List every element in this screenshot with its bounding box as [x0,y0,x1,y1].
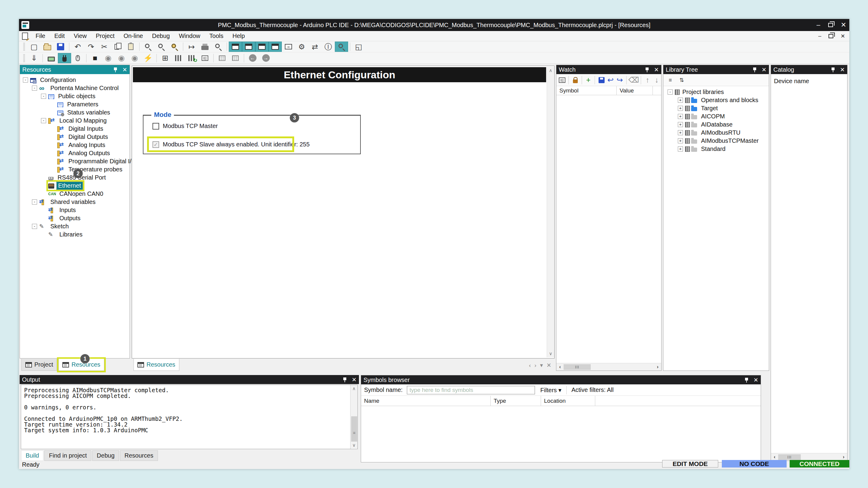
output-tab[interactable]: Build [21,450,43,461]
tree-item[interactable]: - Project libraries [663,88,769,96]
tree-item[interactable]: Outputs [20,214,130,222]
menu-item[interactable]: On-line [119,31,147,40]
close-icon[interactable]: ✕ [762,66,767,73]
build-table-button[interactable]: ⊞ [158,53,172,63]
column-header[interactable]: Name [361,396,491,406]
output-tab[interactable]: Resources [120,450,158,461]
tab-close-icon[interactable]: ✕ [547,362,551,369]
device-connection-button[interactable] [44,53,58,63]
find-button[interactable] [141,41,155,52]
scroll-up-icon[interactable]: ∧ [350,385,358,392]
tree-item[interactable]: Libraries [20,230,130,238]
tree-item[interactable]: - Sketch [20,222,130,230]
menu-item[interactable]: Help [228,31,249,40]
scrollbar-thumb[interactable]: III [564,364,591,370]
navigate-back-button[interactable] [246,53,259,63]
close-icon[interactable]: ✕ [753,377,758,384]
tree-item[interactable]: + AIModbusTCPMaster [663,137,769,145]
close-icon[interactable]: ✕ [122,66,127,73]
copy-button[interactable] [111,41,124,52]
scroll-up-icon[interactable]: ∧ [547,67,554,74]
tree-expander[interactable]: - [668,90,673,95]
tree-item[interactable]: - Shared variables [20,198,130,206]
scroll-left-icon[interactable]: ‹ [556,363,564,371]
menu-item[interactable]: Edit [50,31,69,40]
scroll-left-icon[interactable]: ‹ [771,453,778,461]
menu-item[interactable]: View [69,31,91,40]
watch-move-up-icon[interactable]: ↑ [643,75,652,85]
close-icon[interactable]: ✕ [352,376,356,383]
mdi-restore-button[interactable] [829,34,833,38]
modbus-tcp-master-checkbox-row[interactable]: Modbus TCP Master [153,123,218,130]
tree-item[interactable]: CANopen CAN0 [20,190,130,198]
watch-save-icon[interactable] [597,75,606,85]
symbol-search-input[interactable] [407,386,535,394]
tree-item[interactable]: - Configuration [20,76,130,84]
tree-item[interactable]: + Target [663,104,769,112]
column-header[interactable]: Type [491,396,541,406]
tree-item[interactable]: Analog Outputs [20,149,130,157]
navigate-forward-button[interactable] [259,53,273,63]
library-refresh-icon[interactable]: ⇅ [676,75,687,85]
tab-next-icon[interactable]: › [534,362,536,369]
pin-icon[interactable] [744,377,749,383]
grid-view-button[interactable] [216,53,229,63]
watch-horizontal-scrollbar[interactable]: ‹ III › [556,363,661,370]
pin-icon[interactable] [113,67,118,73]
pin-icon[interactable] [831,67,835,73]
step-button[interactable]: ◉ [128,53,141,63]
find-in-project-button[interactable] [168,41,181,52]
tree-expander[interactable]: - [32,224,37,229]
scrollbar-thumb[interactable]: III [778,454,801,460]
restore-button[interactable] [828,23,833,27]
tree-item[interactable]: Status variables [20,108,130,117]
menu-item[interactable]: Window [174,31,205,40]
minimize-button[interactable]: – [816,21,820,29]
save-project-button[interactable] [54,41,67,52]
tab-menu-icon[interactable]: ▾ [540,362,543,369]
scroll-right-icon[interactable]: › [840,453,847,461]
column-header[interactable]: Location [541,396,595,406]
open-project-button[interactable] [41,41,54,52]
tree-expander[interactable]: - [32,86,37,91]
tree-expander[interactable]: + [678,98,683,103]
output-vertical-scrollbar[interactable]: ∧ ≡ ∨ [350,385,358,449]
compile-button[interactable] [172,53,185,63]
tree-item[interactable]: + AIModbusRTU [663,129,769,137]
watch-lock-icon[interactable] [570,75,580,85]
tab-prev-icon[interactable]: ‹ [529,362,531,369]
toggle-project-window-button[interactable] [229,41,242,52]
tree-item[interactable]: Ethernet [20,182,130,190]
mdi-close-button[interactable]: ✕ [841,33,845,39]
pin-icon[interactable] [645,67,649,73]
tree-item[interactable]: Digital Outputs [20,133,130,141]
tree-expander[interactable]: + [678,114,683,119]
print-preview-button[interactable] [212,41,225,52]
tree-expander[interactable]: + [678,106,683,111]
tree-item[interactable]: Inputs [20,206,130,214]
redo-button[interactable]: ↷ [84,41,98,52]
scroll-down-icon[interactable]: ∨ [547,350,554,357]
library-sort-icon[interactable]: ≡ [664,75,676,85]
output-tab[interactable]: Find in project [44,450,91,461]
close-button[interactable]: ✕ [841,21,846,29]
download-code-button[interactable]: ⇓ [27,53,41,63]
tree-expander[interactable]: + [678,138,683,143]
watch-add-symbol-icon[interactable]: + [584,75,593,85]
watch-restore-icon[interactable]: ↩ [606,75,615,85]
tree-item[interactable]: + Standard [663,145,769,153]
filters-button[interactable]: Filters ▾ [540,387,561,394]
catalog-horizontal-scrollbar[interactable]: ‹ III › [771,453,847,461]
watch-list-icon[interactable] [558,75,567,85]
device-info-button[interactable]: Ⓘ [321,41,335,52]
undo-button[interactable]: ↶ [71,41,84,52]
tree-expander[interactable]: + [678,122,683,127]
options-button[interactable]: ⚙ [295,41,308,52]
paste-button[interactable] [124,41,137,52]
watch-clear-icon[interactable]: ⌫ [628,75,639,85]
mdi-minimize-button[interactable]: – [818,33,821,39]
scroll-down-icon[interactable]: ∨ [350,442,358,449]
editor-tab-resources[interactable]: Resources [133,359,179,371]
tree-item[interactable]: Analog Inputs [20,141,130,149]
toggle-library-window-button[interactable] [255,41,269,52]
